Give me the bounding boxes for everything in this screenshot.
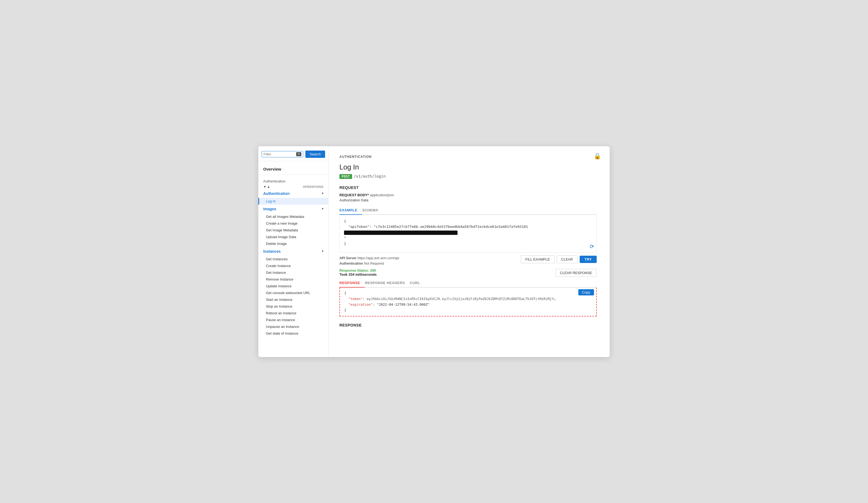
api-info-right: FILL EXAMPLE CLEAR TRY [521,255,597,263]
copy-button[interactable]: Copy [578,289,594,295]
authentication-section-title: Authentication [258,177,328,184]
ops-arrows: ▼ ▲ [263,185,270,189]
response-tab-headers[interactable]: RESPONSE HEADERS [365,279,410,288]
auth-label: Authentication [339,261,363,265]
code-line-2: "apiToken": "c7e3c12405e27cb7fe6b.ae29b6… [344,224,592,235]
sidebar-item-create-instance[interactable]: Create Instance [258,263,328,269]
fill-example-button[interactable]: FILL EXAMPLE [521,255,555,263]
main-content: 🔒 AUTHENTICATION Log In POST/v1/auth/log… [329,146,610,357]
response-tab-curl[interactable]: CURL [410,279,425,288]
sidebar-item-remove-instance[interactable]: Remove Instance [258,276,328,283]
code-line-3: " [344,235,592,241]
request-tabs-row: EXAMPLE SCHEMA [339,206,597,215]
request-code-block[interactable]: { "apiToken": "c7e3c12405e27cb7fe6b.ae29… [339,215,597,253]
sidebar-item-create-image[interactable]: Create a new Image [258,220,328,227]
tab-example[interactable]: EXAMPLE [339,206,362,215]
section-label: AUTHENTICATION [339,155,597,159]
code-block-actions: ⟳ [590,243,594,250]
response-line-3: "expiration": "2022-04-12T09:54:43.000Z" [344,302,592,307]
sidebar-item-pause-instance[interactable]: Pause an Instance [258,317,328,323]
sidebar-item-get-all-images[interactable]: Get all Images Metadata [258,213,328,220]
sidebar-item-stop-instance[interactable]: Stop an Instance [258,303,328,310]
sidebar-category-instances[interactable]: Instances ▾ [258,247,328,256]
code-line-4: } [344,241,592,247]
instances-category-label: Instances [263,249,281,254]
chevron-down-icon-images: ▾ [322,207,323,211]
api-info-left: API Server https://app.avh.arm.com/api A… [339,255,399,266]
sidebar-item-get-state[interactable]: Get state of Instance [258,330,328,337]
filter-input[interactable] [264,152,296,156]
api-server-line: API Server https://app.avh.arm.com/api [339,255,399,261]
sidebar-item-update-instance[interactable]: Update Instance [258,283,328,289]
authentication-category-label: Authentication [263,191,290,196]
response-line-2: "token": eyJhbGciOiJSUzM4NCIsInR5cCI6Ikp… [344,296,592,302]
sidebar-item-delete-image[interactable]: Delete Image [258,240,328,247]
response-tabs-row: RESPONSE RESPONSE HEADERS CURL [339,279,597,288]
sidebar-item-reboot-instance[interactable]: Reboot an Instance [258,310,328,317]
request-label: REQUEST [339,185,597,190]
sidebar-item-upload-image[interactable]: Upload Image Data [258,234,328,240]
sidebar-item-get-instance[interactable]: Get Instance [258,269,328,276]
auth-line: Authentication Not Required [339,261,399,266]
sidebar-item-login[interactable]: Log In [258,198,328,205]
ops-header: ▼ ▲ OPERATIONS [258,184,328,189]
response-line-4: } [344,307,592,313]
clear-response-button[interactable]: CLEAR RESPONSE [555,269,597,277]
filter-clear-button[interactable]: ✕ [296,152,301,156]
request-body-type: application/json [370,193,394,197]
api-server-url-text: https://app.avh.arm.com/api [358,256,399,260]
arrow-down-icon: ▼ [263,185,267,189]
response-token-key: "token" [348,297,363,301]
response-code-block: Copy { "token": eyJhbGciOiJSUzM4NCIsInR5… [339,288,597,317]
sidebar-item-get-instances[interactable]: Get Instances [258,256,328,263]
response-section-title: RESPONSE [339,323,597,327]
ops-label: OPERATIONS [303,185,323,188]
search-button[interactable]: Search [306,151,325,158]
filter-input-wrapper[interactable]: ✕ [261,151,303,157]
chevron-down-icon: ▾ [322,192,323,195]
try-button[interactable]: TRY [580,256,597,263]
request-body-desc: Authorization Data [339,198,597,202]
sidebar-item-get-image-metadata[interactable]: Get Image Metadata [258,227,328,234]
tab-schema[interactable]: SCHEMA [362,206,383,215]
method-badge: POST [339,174,352,179]
response-expiration-key: "expiration" [348,302,373,307]
sidebar-item-unpause-instance[interactable]: Unpause an Instance [258,323,328,330]
overview-link[interactable]: Overview [258,164,328,173]
sidebar-category-authentication[interactable]: Authentication ▾ [258,189,328,198]
api-info-row: API Server https://app.avh.arm.com/api A… [339,255,597,266]
response-expiration-value: "2022-04-12T09:54:43.000Z" [377,302,430,307]
chevron-down-icon-instances: ▾ [322,249,323,253]
lock-icon: 🔒 [594,153,601,160]
code-line-1: { [344,219,592,224]
sidebar-category-images[interactable]: Images ▾ [258,205,328,213]
auth-value-text: Not Required [364,261,384,265]
clear-button[interactable]: CLEAR [557,255,578,263]
images-category-label: Images [263,207,276,211]
sidebar: ✕ Search Overview Authentication ▼ ▲ OPE… [258,146,329,357]
sidebar-item-start-instance[interactable]: Start an Instance [258,296,328,303]
arrow-up-icon: ▲ [267,185,270,189]
sidebar-search: ✕ Search [258,146,328,161]
endpoint-path: POST/v1/auth/login [339,174,597,179]
sidebar-nav: Overview Authentication ▼ ▲ OPERATIONS A… [258,161,328,357]
endpoint-title: Log In [339,163,597,171]
app-window: ✕ Search Overview Authentication ▼ ▲ OPE… [258,146,610,357]
api-server-label: API Server [339,256,356,260]
response-tab-response[interactable]: RESPONSE [339,279,365,288]
redacted-token [344,230,457,235]
sidebar-item-get-console-websocket[interactable]: Get console websocket URL [258,289,328,296]
request-body-info: REQUEST BODY* application/json [339,193,597,197]
request-body-label: REQUEST BODY* [339,193,369,197]
refresh-button[interactable]: ⟳ [590,243,594,250]
response-line-1: { [344,290,592,296]
path-text: /v1/auth/login [354,174,386,178]
response-token-value: eyJhbGciOiJSUzM4NCIsInR5cCI6IkpXVCJ9.eyJ… [367,296,556,302]
